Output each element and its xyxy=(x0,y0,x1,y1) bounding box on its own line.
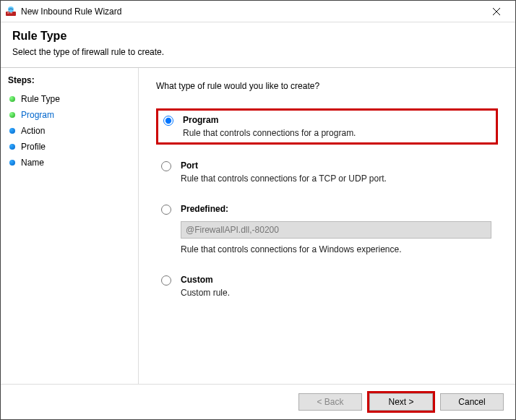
radio-custom[interactable] xyxy=(161,275,171,286)
back-button[interactable]: < Back xyxy=(298,393,362,411)
radio-predefined[interactable] xyxy=(161,205,171,215)
window-title: New Inbound Rule Wizard xyxy=(21,7,482,17)
step-label: Action xyxy=(21,126,45,136)
option-desc: Rule that controls connections for a pro… xyxy=(183,128,356,138)
step-label: Rule Type xyxy=(21,94,60,104)
svg-rect-1 xyxy=(7,12,9,14)
radio-program[interactable] xyxy=(163,116,173,126)
predefined-select-value: @FirewallAPI.dll,-80200 xyxy=(186,225,279,235)
steps-heading: Steps: xyxy=(8,75,131,85)
option-label: Port xyxy=(181,160,387,171)
wizard-content: What type of rule would you like to crea… xyxy=(138,68,515,384)
option-desc: Rule that controls connections for a Win… xyxy=(181,244,491,254)
svg-rect-2 xyxy=(10,12,12,14)
wizard-footer: < Back Next > Cancel xyxy=(1,384,515,419)
step-bullet-icon xyxy=(9,160,15,166)
option-label: Custom xyxy=(181,275,230,285)
step-bullet-icon xyxy=(9,112,15,118)
steps-sidebar: Steps: Rule Type Program Action Profile … xyxy=(1,68,138,384)
option-program[interactable]: Program Rule that controls connections f… xyxy=(156,108,498,145)
step-profile[interactable]: Profile xyxy=(8,139,131,155)
step-label: Name xyxy=(21,158,44,168)
titlebar: New Inbound Rule Wizard xyxy=(1,1,515,22)
firewall-icon xyxy=(5,6,17,17)
predefined-select[interactable]: @FirewallAPI.dll,-80200 xyxy=(181,221,491,239)
radio-port[interactable] xyxy=(161,161,171,171)
option-label: Program xyxy=(183,115,356,125)
step-label: Program xyxy=(21,110,54,120)
next-button[interactable]: Next > xyxy=(369,393,433,411)
step-bullet-icon xyxy=(9,144,15,150)
step-label: Profile xyxy=(21,142,46,152)
page-subtitle: Select the type of firewall rule to crea… xyxy=(12,47,504,57)
wizard-window: New Inbound Rule Wizard Rule Type Select… xyxy=(0,0,516,420)
step-bullet-icon xyxy=(9,96,15,102)
cancel-button[interactable]: Cancel xyxy=(440,393,504,411)
option-custom[interactable]: Custom Custom rule. xyxy=(156,270,498,302)
step-rule-type[interactable]: Rule Type xyxy=(8,91,131,107)
header-block: Rule Type Select the type of firewall ru… xyxy=(1,22,515,68)
options-group: Program Rule that controls connections f… xyxy=(156,108,498,302)
step-bullet-icon xyxy=(9,128,15,134)
option-port[interactable]: Port Rule that controls connections for … xyxy=(156,156,498,188)
question-label: What type of rule would you like to crea… xyxy=(156,81,498,91)
page-title: Rule Type xyxy=(12,30,504,43)
close-button[interactable] xyxy=(482,1,511,22)
step-name[interactable]: Name xyxy=(8,155,131,171)
option-predefined[interactable]: Predefined: @FirewallAPI.dll,-80200 Rule… xyxy=(156,200,498,259)
option-desc: Rule that controls connections for a TCP… xyxy=(181,173,387,184)
step-program[interactable]: Program xyxy=(8,107,131,123)
wizard-body: Steps: Rule Type Program Action Profile … xyxy=(1,68,515,384)
step-action[interactable]: Action xyxy=(8,123,131,139)
option-label: Predefined: xyxy=(181,204,491,214)
option-desc: Custom rule. xyxy=(181,288,230,298)
